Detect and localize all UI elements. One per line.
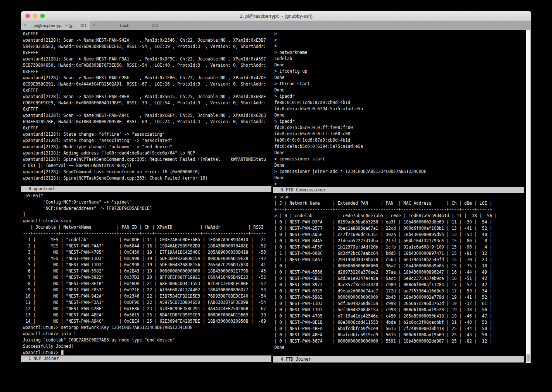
terminal-content: 0xFFFFwpantund[2128]: Scan -> Name:NEST-… [21, 30, 531, 363]
terminal-line: wpantund[2128]: Scan -> Name:NEST-PAN-A9… [23, 112, 271, 119]
scrollbar[interactable] [526, 30, 531, 363]
terminal-line: 0xFFFF [23, 31, 271, 37]
tab-close-icon[interactable]: × [93, 23, 98, 28]
terminal-line: > commissioner joiner add * 1234C0DE7AB5… [274, 169, 524, 175]
title-bar[interactable]: 1. pi@raspberrypi: ~ (gnubby-ssh) [21, 11, 531, 21]
pane-ncp-joiner[interactable]: :55:05)" "Config:NCP:DriverName" => "spi… [21, 192, 271, 355]
terminal-line: fdc0:de7a:b5c0:0:6394:5a75:a1ad:e5a [274, 106, 524, 112]
terminal-line: Done [274, 162, 524, 169]
terminal-line: | 0 | NEST-PAN-5982 | 0000000000000000 |… [274, 294, 524, 301]
terminal-line: > thread start [274, 81, 524, 87]
terminal-line: Joining "codelab" C0DE7AB5C0DE7AB5 as no… [23, 337, 271, 343]
terminal-line: ] [23, 212, 271, 218]
pane-ftd-joiner[interactable]: > scan| J | Network Name | Extended PAN … [273, 194, 524, 355]
tab-bash[interactable]: × bash ⌘2 [90, 21, 161, 30]
terminal-line: 5 | NO | "NEST-PAN-11D3" | 0xC998 | 19 |… [23, 262, 271, 268]
terminal-line: 0xFFFF [23, 69, 271, 75]
terminal-line: | 0 | | 0000000000000000 | 36a2 | 18b430… [274, 263, 524, 269]
terminal-line: 12 | NO | "NEST-PAN-C2BF" | 0x1E86 | 23 … [23, 306, 271, 312]
terminal-line: wpantund[2128]: State change: "offline" … [23, 131, 271, 138]
terminal-line: Successfully Joined! [23, 343, 271, 350]
terminal-line: Done [274, 150, 524, 156]
terminal-line: > commissioner start [274, 156, 524, 162]
terminal-line: 8 | NO | "NEST-PAN-8E1B" | 0x4BDA | 21 |… [23, 281, 271, 287]
terminal-line: | 0 | NEST-PAN-8973 | 9ac857f8ee3e4420 |… [274, 282, 524, 288]
terminal-line: Done [274, 344, 524, 351]
terminal-line: +---+------------------+----------------… [274, 207, 524, 213]
terminal-line: wpantund[2128]: SpinelNCPTaskSendCommand… [23, 175, 271, 181]
terminal-line: 11 | NO | "NEST-PAN-F3A1" | 0xDF9C | 22 … [23, 299, 271, 306]
terminal-line: | 0 | NEST-PAN-11D3 | 5df36048268d815a |… [274, 301, 524, 307]
terminal-line: wpanctl:utun7> [23, 350, 271, 355]
terminal-line: wpanctl:utun7> setprop Network:Key 1234C… [23, 325, 271, 331]
terminal-line: 4 | YES | "NEST-PAN-11D3" | 0xC998 | 19 … [23, 256, 271, 262]
tab-ssh-session[interactable]: × pi@raspberrypi: ~ (g... ⌘1 [21, 21, 90, 30]
terminal-line: fdc0:de7a:b5c0:0:6394:5a75:a1ad:e5a [274, 143, 524, 150]
terminal-line: > scan [274, 194, 524, 200]
terminal-line: 5CD73D804650, HwAddr:0xFAB6303B76F3ED50,… [23, 62, 271, 69]
pane-wpantund[interactable]: 0xFFFFwpantund[2128]: Scan -> Name:NEST-… [21, 30, 271, 186]
terminal-line: fdc0:de7a:b5c0:0:0:ff:fe00:c00 [274, 131, 524, 137]
terminal-line: 8C99E358C291, HwAddr:0x4A4A3C4FB2502A91,… [23, 81, 271, 87]
terminal-line: > [274, 43, 524, 49]
tab-label: pi@raspberrypi: ~ (g... [29, 23, 80, 28]
terminal-line: > ipaddr [274, 118, 524, 125]
terminal-line: | 0 | NEST-PAN-4BEA | 6bafcdbfcb9f9ce9 |… [274, 326, 524, 332]
terminal-line: Done [274, 62, 524, 68]
terminal-line: | Joinable | NetworkName | PAN ID | Ch |… [23, 224, 271, 230]
terminal-line: wpantund[2128]: SpinelNCPTaskSendCommand… [23, 156, 271, 163]
terminal-window: 1. pi@raspberrypi: ~ (gnubby-ssh) × pi@r… [21, 11, 531, 363]
terminal-line: "Config:NCP:DriverName" => "spinel" [23, 199, 271, 205]
terminal-line: | 0 | NEST-PAN-0325 | d9eaa2d008d74ac7 |… [274, 288, 524, 294]
tab-shortcut: ⌘1 [80, 23, 87, 28]
terminal-line: | 1 | NEST-PAN-008C | 6d3df2bc67aabc64 |… [274, 250, 524, 257]
terminal-line: | 1 | NEST-PAN-CAA7 | 294149dd4978b678 |… [274, 257, 524, 263]
terminal-line: ---+----------+----------------------+--… [23, 230, 271, 237]
terminal-line: | 0 | NEST-PAN-4F5F | 1b12379efd4df20b |… [274, 244, 524, 250]
pane-status-ftd-joiner: 4 FTD Joiner [273, 356, 524, 362]
pane-status-ftd-commissioner: 3 FTD Commissioner [273, 187, 524, 193]
terminal-line: | 0 | NEST-PAN-CBE3 | 6dd3e1e9347e4a5a |… [274, 275, 524, 282]
terminal-line: Done [274, 74, 524, 81]
terminal-line: wpantund[2128]: State change: "associati… [23, 138, 271, 144]
terminal-line: 2 | YES | "NEST-PAN-FAA7" | 0x6844 | 15 … [23, 243, 271, 249]
terminal-line: wpantund[2128]: Adding address "fe80::da… [23, 150, 271, 156]
pane-ftd-commissioner[interactable]: >>>> networknamecodelabDone> ifconfig up… [273, 30, 524, 187]
tab-close-icon[interactable]: × [24, 23, 29, 28]
tab-label: bash [98, 23, 151, 28]
terminal-line: wpantund[2128]: Scan -> Name:NEST-PAN-C2… [23, 75, 271, 81]
terminal-line: 3 | NO | "NEST-PAN-4785" | 0xC450 | 19 |… [23, 249, 271, 256]
tab-bar: × pi@raspberrypi: ~ (g... ⌘1 × bash ⌘2 [21, 21, 531, 30]
terminal-line: codelab [274, 56, 524, 62]
terminal-line: > [274, 181, 524, 187]
terminal-cursor [61, 350, 64, 355]
terminal-line: 0xFFFF [23, 50, 271, 56]
terminal-line: 694FE42857BE, HwAddr:0x18B43000002095BE,… [23, 119, 271, 125]
terminal-line: wpantund[2128]: Scan -> Name:NEST-PAN-4B… [23, 94, 271, 100]
terminal-line: fe80:0:0:0:1cd6:87a9:cb9d:4b1d [274, 137, 524, 143]
terminal-line: | 0 | NEST-PAN-4BEA | 6bafcdbfcb9f9ce9 |… [274, 332, 524, 338]
terminal-line: fe80:0:0:0:1cd6:87a9:cb9d:4b1d [274, 100, 524, 106]
terminal-line: 1 | YES | "codelab" | 0xC0DE | 11 | C0DE… [23, 237, 271, 243]
scrollbar-thumb[interactable] [527, 354, 530, 362]
terminal-line: 6 | NO | "NEST-PAN-5982" | 0x2B43 | 19 |… [23, 268, 271, 274]
terminal-line: | J | Network Name | Extended PAN | PAN … [274, 200, 524, 207]
terminal-line: | 0 | NEST-PAN-8E1B | 68e3006cdd411553 |… [274, 319, 524, 326]
terminal-line: | 0 | NEST-PAN-4785 | e7f19a41dc42546c |… [274, 313, 524, 319]
terminal-line: wpantund[2128]: Scan -> Name:NEST-PAN-94… [23, 37, 271, 44]
terminal-line: wpantund[2128]: Node type change: "unkno… [23, 144, 271, 150]
desktop: 1. pi@raspberrypi: ~ (gnubby-ssh) × pi@r… [0, 0, 552, 392]
terminal-line: | 0 | NEST-PAN-B4A5 | 2fdeab52227d1dba |… [274, 238, 524, 244]
terminal-line: wpantund[2128]: Scan -> Name:NEST-PAN-F3… [23, 56, 271, 62]
terminal-line: "NCP:HardwareAddress" => [F872DF9CD5AE4D… [23, 205, 271, 212]
terminal-line: | 0 | NEST-PAN-11D3 | 5df36048268d815a |… [274, 307, 524, 313]
terminal-line: 7 | NO | "NEST-PAN-3923" | 0x37D2 | 20 |… [23, 274, 271, 281]
pane-status-ncp-joiner: 1 NCP Joiner [21, 355, 271, 362]
terminal-line: Done [274, 112, 524, 118]
terminal-line: | 0 | NEST-PAN-3674 | 0000000000000000 |… [274, 338, 524, 344]
terminal-line: CDBFCB9F9CE9, HwAddr:0x000D6F000AD19BE9,… [23, 100, 271, 106]
terminal-line: Done [274, 175, 524, 181]
tab-shortcut: ⌘2 [151, 23, 158, 28]
terminal-line: > networkname [274, 49, 524, 56]
terminal-line: :55:05)" [23, 193, 271, 199]
